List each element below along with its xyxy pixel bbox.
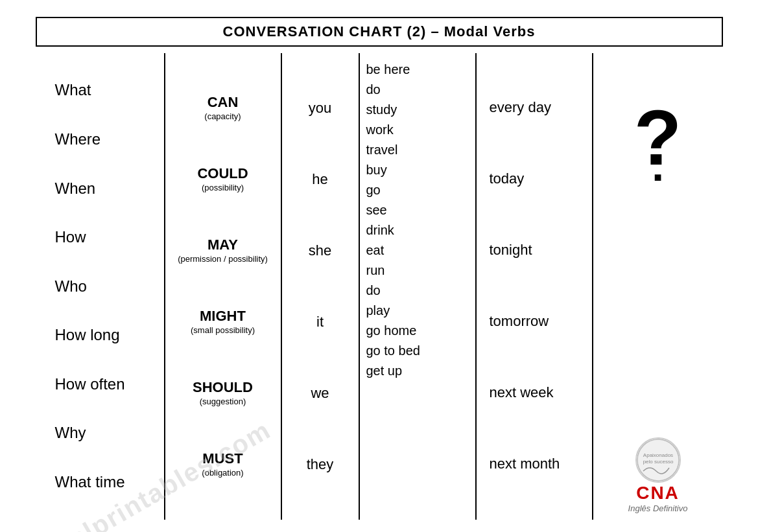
wh-words-inner: WhatWhereWhenHowWhoHow longHow oftenWhyW… — [36, 60, 164, 513]
pronouns-column: youhesheitwethey — [282, 53, 360, 520]
wh-words-column: WhatWhereWhenHowWhoHow longHow oftenWhyW… — [36, 53, 165, 520]
wh-word: Who — [45, 269, 154, 304]
verb-item: go home — [366, 321, 417, 341]
time-item: tonight — [490, 240, 560, 260]
cna-logo: Apaixonados pelo sucesso CNA Inglês Defi… — [628, 437, 688, 513]
svg-text:Apaixonados: Apaixonados — [643, 452, 672, 458]
cna-circle: Apaixonados pelo sucesso — [635, 437, 681, 483]
verb-item: do — [366, 281, 381, 301]
verb-item: see — [366, 200, 387, 220]
modal-group: MUST(obligation) — [202, 450, 243, 479]
modal-group: CAN(capacity) — [204, 93, 241, 122]
wh-word: When — [45, 171, 154, 206]
pronoun: we — [311, 385, 329, 402]
verb-item: get up — [366, 361, 403, 381]
chart-container: WhatWhereWhenHowWhoHow longHow oftenWhyW… — [36, 53, 723, 520]
verb-item: run — [366, 260, 385, 281]
modal-group: MAY(permission / possibility) — [178, 236, 268, 265]
extra-column: ? ■ Apaixonados pelo sucesso CNA Inglês — [593, 53, 723, 520]
modal-desc: (small possibility) — [191, 325, 255, 336]
svg-text:pelo sucesso: pelo sucesso — [643, 459, 673, 465]
modal-word: MUST — [202, 450, 243, 468]
modals-column: CAN(capacity)COULD(possibility)MAY(permi… — [165, 53, 282, 520]
small-square: ■ — [654, 170, 661, 185]
time-column: every daytodaytonighttomorrownext weekne… — [477, 53, 593, 520]
verb-item: go — [366, 180, 381, 200]
modal-word: CAN — [204, 93, 241, 112]
pronoun: she — [309, 242, 331, 259]
modal-word: MAY — [178, 236, 268, 255]
time-item: next month — [490, 454, 560, 474]
verb-item: be here — [366, 60, 410, 80]
modal-word: SHOULD — [193, 378, 253, 397]
verb-item: eat — [366, 240, 385, 260]
time-item: today — [490, 169, 560, 189]
modal-word: COULD — [197, 165, 248, 183]
time-item: every day — [490, 98, 560, 118]
cna-brand: CNA — [636, 483, 680, 503]
verb-item: study — [366, 100, 397, 120]
modal-desc: (permission / possibility) — [178, 254, 268, 265]
modal-group: COULD(possibility) — [197, 165, 248, 194]
pronouns-inner: youhesheitwethey — [300, 60, 340, 513]
pronoun: it — [316, 314, 324, 330]
modal-desc: (obligation) — [202, 468, 243, 479]
time-item: next week — [490, 383, 560, 403]
wh-word: Where — [45, 122, 154, 157]
verb-item: travel — [366, 140, 398, 160]
pronoun: he — [312, 171, 327, 188]
modal-word: MIGHT — [191, 307, 255, 326]
verb-item: work — [366, 120, 394, 140]
time-item: tomorrow — [490, 312, 560, 332]
wh-word: How often — [45, 367, 154, 402]
wh-word: Why — [45, 415, 154, 450]
verbs-column: be heredostudyworktravelbuygoseedrinkeat… — [360, 53, 477, 520]
cna-brand-row: CNA — [636, 483, 680, 503]
wh-word: How long — [45, 318, 154, 353]
pronoun: they — [307, 456, 334, 473]
modals-inner: CAN(capacity)COULD(possibility)MAY(permi… — [171, 60, 274, 513]
verb-item: go to bed — [366, 341, 420, 361]
modal-desc: (capacity) — [204, 111, 241, 122]
chart-title: CONVERSATION CHART (2) – Modal Verbs — [36, 17, 723, 47]
pronoun: you — [309, 100, 331, 117]
verb-item: play — [366, 301, 390, 321]
cna-tagline: Inglês Definitivo — [628, 503, 688, 513]
question-mark-area: ? ■ — [634, 98, 681, 185]
wh-word: How — [45, 220, 154, 255]
modal-group: MIGHT(small possibility) — [191, 307, 255, 336]
wh-word: What time — [45, 465, 154, 500]
modal-group: SHOULD(suggestion) — [193, 378, 253, 408]
page: CONVERSATION CHART (2) – Modal Verbs Wha… — [23, 10, 736, 522]
wh-word: What — [45, 73, 154, 108]
verb-item: drink — [366, 220, 394, 240]
modal-desc: (suggestion) — [193, 397, 253, 408]
verb-item: buy — [366, 160, 387, 180]
question-mark: ? — [634, 98, 681, 176]
modal-desc: (possibility) — [197, 183, 248, 194]
verb-item: do — [366, 80, 381, 100]
time-inner: every daytodaytonighttomorrownext weekne… — [483, 60, 567, 513]
